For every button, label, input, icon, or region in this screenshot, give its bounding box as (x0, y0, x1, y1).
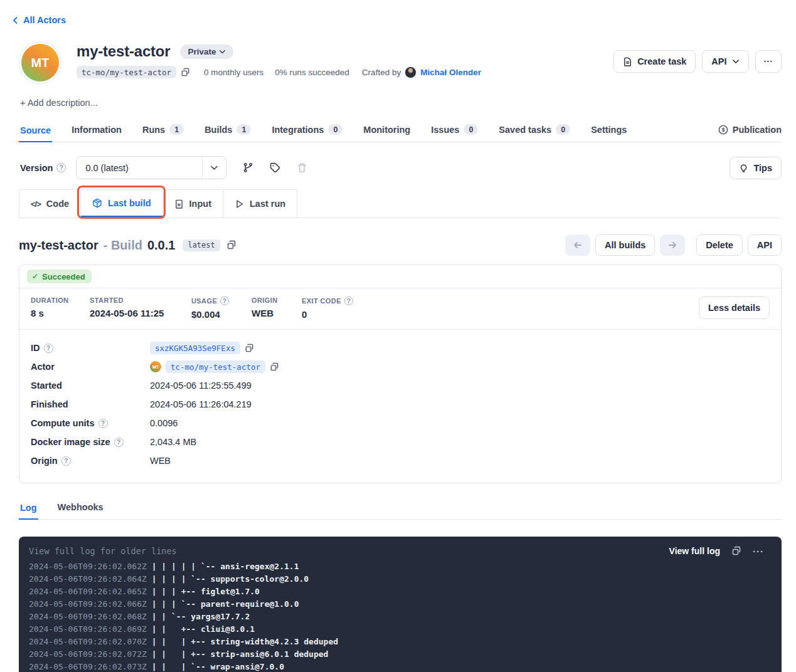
source-subtabs: Code Last build Input Last run (19, 189, 782, 218)
help-icon[interactable] (61, 456, 71, 466)
help-icon[interactable] (344, 297, 353, 305)
copy-icon[interactable] (245, 344, 254, 353)
version-label: Version (20, 163, 53, 173)
less-details-button[interactable]: Less details (699, 297, 770, 319)
tag-icon[interactable] (270, 162, 280, 173)
version-bar: Version 0.0 (latest) Tips (20, 156, 782, 179)
document-icon (174, 199, 184, 209)
copy-icon[interactable] (731, 546, 741, 556)
git-branch-icon[interactable] (243, 162, 253, 173)
add-description-link[interactable]: + Add description... (0, 81, 796, 108)
tab-source[interactable]: Source (19, 120, 52, 142)
build-version: 0.0.1 (147, 238, 175, 253)
create-task-button[interactable]: Create task (613, 50, 696, 73)
log-line: 2024-05-06T09:26:02.069Z | | +-- cliui@8… (29, 623, 772, 636)
tab-issues[interactable]: Issues0 (430, 119, 479, 142)
actor-id-badge: tc-mo/my-test-actor (77, 66, 176, 78)
build-api-button[interactable]: API (748, 234, 782, 256)
page-title: my-test-actor (77, 43, 170, 60)
log-lines: 2024-05-06T09:26:02.062Z | | | | | `-- a… (29, 560, 772, 672)
svg-text:$: $ (721, 127, 724, 133)
chevron-down-icon (219, 48, 226, 55)
detail-row-actor: Actor MT tc-mo/my-test-actor (31, 357, 770, 376)
create-task-label: Create task (637, 56, 686, 66)
document-icon (623, 57, 632, 66)
latest-tag-badge: latest (183, 239, 220, 251)
detail-row-id: ID sxzKGK5A93Se9FExs (31, 339, 770, 357)
tab-saved-tasks[interactable]: Saved tasks0 (497, 119, 571, 142)
detail-row-started: Started 2024-05-06 11:25:55.499 (31, 376, 770, 395)
breadcrumb-label: All Actors (23, 15, 66, 25)
tab-information[interactable]: Information (70, 120, 123, 142)
saved-tasks-count-badge: 0 (556, 124, 570, 135)
tab-integrations[interactable]: Integrations0 (270, 119, 344, 142)
api-label: API (711, 56, 726, 66)
tab-log[interactable]: Log (19, 497, 38, 520)
older-lines-notice[interactable]: View full log for older lines (29, 546, 177, 556)
breadcrumb[interactable]: All Actors (0, 0, 796, 25)
tab-runs[interactable]: Runs1 (141, 119, 185, 142)
subtab-input[interactable]: Input (163, 190, 223, 218)
chevron-down-icon (202, 157, 226, 179)
check-icon: ✓ (32, 272, 38, 281)
log-line: 2024-05-06T09:26:02.062Z | | | | | `-- a… (29, 560, 772, 573)
integrations-count-badge: 0 (328, 124, 342, 135)
build-details-card: ✓ Succeeded DURATION 8 s STARTED 2024-05… (19, 265, 782, 483)
help-icon[interactable] (56, 163, 66, 172)
log-more-button[interactable] (753, 546, 764, 557)
actor-avatar: MT (21, 44, 59, 81)
publication-link[interactable]: $ Publication (718, 125, 782, 142)
log-line: 2024-05-06T09:26:02.065Z | | | +-- figle… (29, 585, 772, 598)
code-icon (31, 199, 41, 209)
chevron-down-icon (732, 58, 740, 65)
author-link[interactable]: Michał Olender (420, 68, 481, 77)
log-line: 2024-05-06T09:26:02.064Z | | | | `-- sup… (29, 573, 772, 585)
subtab-code[interactable]: Code (19, 190, 81, 218)
api-dropdown-button[interactable]: API (702, 50, 748, 73)
build-separator: - Build (103, 238, 142, 253)
help-icon[interactable] (44, 344, 53, 353)
tab-monitoring[interactable]: Monitoring (362, 120, 411, 142)
copy-icon[interactable] (270, 362, 279, 372)
copy-icon[interactable] (226, 240, 236, 250)
version-select[interactable]: 0.0 (latest) (76, 156, 226, 179)
stat-started: STARTED 2024-05-06 11:25 (90, 297, 191, 318)
tab-webhooks[interactable]: Webhooks (56, 497, 105, 519)
help-icon[interactable] (114, 438, 124, 447)
stat-origin: ORIGIN WEB (252, 297, 302, 318)
tab-settings[interactable]: Settings (590, 120, 628, 142)
build-actor-name: my-test-actor (19, 238, 98, 253)
delete-build-button[interactable]: Delete (696, 234, 743, 256)
version-selected-value: 0.0 (latest) (77, 163, 202, 173)
next-build-button (660, 234, 685, 256)
runs-succeeded-stat: 0% runs succeeded (275, 68, 349, 77)
publication-label: Publication (733, 125, 782, 135)
log-line: 2024-05-06T09:26:02.070Z | | | +-- strin… (29, 636, 772, 648)
trash-icon (297, 162, 307, 173)
visibility-label: Private (188, 47, 216, 56)
visibility-dropdown[interactable]: Private (180, 45, 233, 59)
package-icon (92, 198, 102, 208)
actor-header: MT my-test-actor Private tc-mo/my-test-a… (0, 25, 796, 81)
chevron-left-icon (11, 16, 19, 24)
actor-link-badge[interactable]: tc-mo/my-test-actor (166, 360, 265, 373)
monthly-users-stat: 0 monthly users (204, 68, 263, 77)
all-builds-button[interactable]: All builds (595, 234, 655, 256)
log-line: 2024-05-06T09:26:02.068Z | | `-- yargs@1… (29, 611, 772, 623)
subtab-last-run[interactable]: Last run (223, 190, 297, 218)
copy-icon[interactable] (181, 68, 190, 77)
play-icon (235, 199, 244, 209)
help-icon[interactable] (98, 419, 108, 428)
help-icon[interactable] (220, 297, 229, 305)
detail-row-origin: Origin WEB (31, 451, 770, 470)
author-avatar (405, 66, 417, 78)
main-tabs: Source Information Runs1 Builds1 Integra… (19, 119, 782, 142)
stat-exit-code: EXIT CODE 0 (302, 297, 353, 320)
status-badge: ✓ Succeeded (27, 270, 92, 283)
view-full-log-button[interactable]: View full log (669, 546, 720, 556)
subtab-last-build[interactable]: Last build (81, 190, 162, 218)
detail-row-compute-units: Compute units 0.0096 (31, 414, 770, 433)
tips-button[interactable]: Tips (730, 157, 782, 179)
more-actions-button[interactable] (755, 50, 782, 73)
tab-builds[interactable]: Builds1 (203, 119, 252, 142)
